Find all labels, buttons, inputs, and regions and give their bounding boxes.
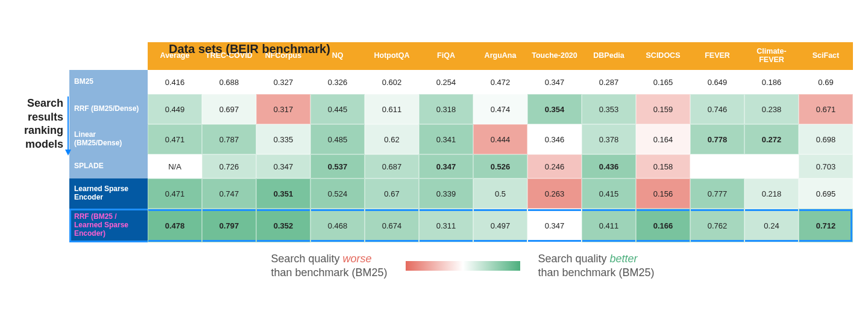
cell-2-5: 0.341 bbox=[419, 124, 473, 154]
models-title: Search results ranking models bbox=[18, 96, 63, 151]
cell-0-10: 0.649 bbox=[690, 70, 744, 94]
col-hdr-5: FiQA bbox=[419, 42, 473, 70]
cell-0-4: 0.602 bbox=[365, 70, 419, 94]
cell-3-10 bbox=[690, 154, 744, 178]
cell-2-6: 0.444 bbox=[473, 124, 527, 154]
cell-4-8: 0.415 bbox=[582, 178, 636, 209]
cell-2-2: 0.335 bbox=[256, 124, 310, 154]
cell-5-12: 0.712 bbox=[799, 209, 853, 242]
row-hdr-2: Linear (BM25/Dense) bbox=[69, 124, 148, 154]
cell-2-10: 0.778 bbox=[690, 124, 744, 154]
row-hdr-4: Learned Sparse Encoder bbox=[69, 178, 148, 209]
cell-1-8: 0.353 bbox=[582, 94, 636, 124]
cell-0-5: 0.254 bbox=[419, 70, 473, 94]
cell-5-4: 0.674 bbox=[365, 209, 419, 242]
legend-better-suffix: than benchmark (BM25) bbox=[538, 266, 655, 279]
cell-5-10: 0.762 bbox=[690, 209, 744, 242]
col-hdr-6: ArguAna bbox=[473, 42, 527, 70]
cell-3-12: 0.703 bbox=[799, 154, 853, 178]
cell-5-8: 0.411 bbox=[582, 209, 636, 242]
cell-2-1: 0.787 bbox=[202, 124, 256, 154]
cell-4-3: 0.524 bbox=[310, 178, 365, 209]
cell-5-11: 0.24 bbox=[744, 209, 799, 242]
legend-better-prefix: Search quality bbox=[538, 253, 610, 265]
cell-1-7: 0.354 bbox=[527, 94, 582, 124]
datasets-title: Data sets (BEIR benchmark) bbox=[169, 42, 330, 56]
cell-1-9: 0.159 bbox=[636, 94, 690, 124]
cell-1-10: 0.746 bbox=[690, 94, 744, 124]
cell-0-3: 0.326 bbox=[310, 70, 365, 94]
cell-3-4: 0.687 bbox=[365, 154, 419, 178]
cell-3-8: 0.436 bbox=[582, 154, 636, 178]
col-hdr-12: SciFact bbox=[799, 42, 853, 70]
cell-4-1: 0.747 bbox=[202, 178, 256, 209]
cell-2-12: 0.698 bbox=[799, 124, 853, 154]
cell-3-7: 0.246 bbox=[527, 154, 582, 178]
cell-3-5: 0.347 bbox=[419, 154, 473, 178]
legend-better-word: better bbox=[610, 253, 638, 265]
cell-2-4: 0.62 bbox=[365, 124, 419, 154]
cell-3-9: 0.158 bbox=[636, 154, 690, 178]
cell-3-2: 0.347 bbox=[256, 154, 310, 178]
legend-worse-suffix: than benchmark (BM25) bbox=[271, 266, 387, 279]
cell-4-4: 0.67 bbox=[365, 178, 419, 209]
cell-4-7: 0.263 bbox=[527, 178, 582, 209]
cell-3-3: 0.537 bbox=[310, 154, 365, 178]
cell-1-6: 0.474 bbox=[473, 94, 527, 124]
cell-4-0: 0.471 bbox=[148, 178, 202, 209]
legend-worse: Search quality worse than benchmark (BM2… bbox=[271, 252, 387, 279]
cell-0-6: 0.472 bbox=[473, 70, 527, 94]
row-hdr-0: BM25 bbox=[69, 70, 148, 94]
col-hdr-10: FEVER bbox=[690, 42, 744, 70]
cell-2-3: 0.485 bbox=[310, 124, 365, 154]
cell-1-3: 0.445 bbox=[310, 94, 365, 124]
col-hdr-7: Touche-2020 bbox=[527, 42, 582, 70]
col-hdr-8: DBPedia bbox=[582, 42, 636, 70]
cell-4-2: 0.351 bbox=[256, 178, 310, 209]
legend-better: Search quality better than benchmark (BM… bbox=[538, 252, 655, 279]
cell-5-5: 0.311 bbox=[419, 209, 473, 242]
cell-5-1: 0.797 bbox=[202, 209, 256, 242]
cell-0-1: 0.688 bbox=[202, 70, 256, 94]
cell-0-2: 0.327 bbox=[256, 70, 310, 94]
cell-5-7: 0.347 bbox=[527, 209, 582, 242]
cell-3-0: N/A bbox=[148, 154, 202, 178]
col-hdr-4: HotpotQA bbox=[365, 42, 419, 70]
legend-worse-prefix: Search quality bbox=[271, 253, 342, 265]
cell-3-1: 0.726 bbox=[202, 154, 256, 178]
heatmap-table: AverageTREC-COVIDNFCorpusNQHotpotQAFiQAA… bbox=[69, 42, 856, 242]
legend-worse-word: worse bbox=[342, 253, 371, 265]
cell-5-6: 0.497 bbox=[473, 209, 527, 242]
cell-5-9: 0.166 bbox=[636, 209, 690, 242]
cell-1-4: 0.611 bbox=[365, 94, 419, 124]
cell-2-9: 0.164 bbox=[636, 124, 690, 154]
arrow-y-icon bbox=[68, 96, 69, 151]
row-hdr-5: RRF (BM25 / Learned Sparse Encoder) bbox=[69, 209, 148, 242]
col-hdr-11: Climate-FEVER bbox=[744, 42, 799, 70]
cell-1-12: 0.671 bbox=[799, 94, 853, 124]
cell-4-9: 0.156 bbox=[636, 178, 690, 209]
cell-0-7: 0.347 bbox=[527, 70, 582, 94]
cell-0-9: 0.165 bbox=[636, 70, 690, 94]
legend-gradient-icon bbox=[406, 261, 520, 271]
cell-0-12: 0.69 bbox=[799, 70, 853, 94]
cell-3-6: 0.526 bbox=[473, 154, 527, 178]
cell-4-5: 0.339 bbox=[419, 178, 473, 209]
cell-2-0: 0.471 bbox=[148, 124, 202, 154]
cell-4-10: 0.777 bbox=[690, 178, 744, 209]
cell-1-2: 0.317 bbox=[256, 94, 310, 124]
row-hdr-3: SPLADE bbox=[69, 154, 148, 178]
cell-1-5: 0.318 bbox=[419, 94, 473, 124]
cell-0-11: 0.186 bbox=[744, 70, 799, 94]
cell-1-0: 0.449 bbox=[148, 94, 202, 124]
cell-1-11: 0.238 bbox=[744, 94, 799, 124]
arrow-x-icon bbox=[169, 60, 326, 61]
cell-2-8: 0.378 bbox=[582, 124, 636, 154]
cell-0-8: 0.287 bbox=[582, 70, 636, 94]
cell-5-3: 0.468 bbox=[310, 209, 365, 242]
cell-1-1: 0.697 bbox=[202, 94, 256, 124]
legend: Search quality worse than benchmark (BM2… bbox=[69, 252, 856, 279]
cell-4-12: 0.695 bbox=[799, 178, 853, 209]
row-hdr-1: RRF (BM25/Dense) bbox=[69, 94, 148, 124]
cell-3-11 bbox=[744, 154, 799, 178]
